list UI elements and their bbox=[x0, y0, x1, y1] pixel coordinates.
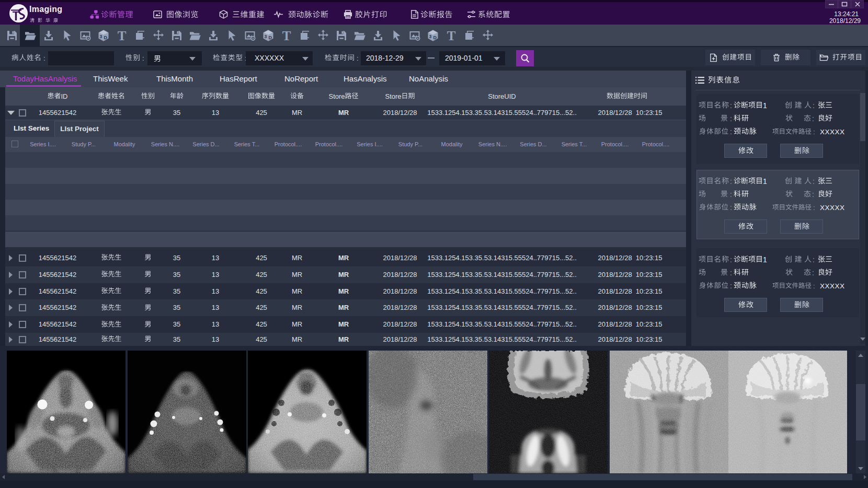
svg-text:3: 3 bbox=[264, 34, 267, 39]
svg-text:3: 3 bbox=[99, 34, 102, 39]
svg-text:D: D bbox=[268, 35, 272, 40]
svg-text:T: T bbox=[282, 29, 291, 42]
svg-text:T: T bbox=[117, 29, 126, 42]
svg-text:3: 3 bbox=[429, 34, 431, 39]
svg-text:T: T bbox=[447, 29, 455, 42]
svg-text:D: D bbox=[104, 35, 107, 40]
svg-text:D: D bbox=[433, 35, 437, 40]
